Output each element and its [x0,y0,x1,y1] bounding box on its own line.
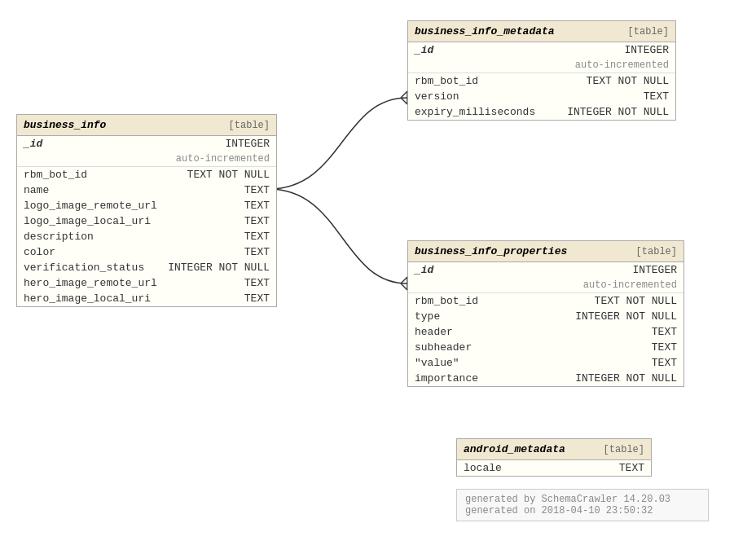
table-row: auto-incremented [17,152,276,167]
col-name: _id [415,44,512,56]
col-name: description [24,231,121,243]
col-type: TEXT [652,341,677,354]
col-name: _id [24,138,121,150]
col-type: auto-incremented [575,59,669,71]
svg-line-6 [401,283,407,290]
col-type: INTEGER NOT NULL [567,106,669,118]
col-type: INTEGER NOT NULL [168,262,270,274]
footer-line2: generated on 2018-04-10 23:50:32 [465,505,700,516]
col-name [415,59,512,71]
table-name-business-info-metadata: business_info_metadata [415,25,555,37]
col-type: TEXT [244,246,270,258]
table-type-android-metadata: [table] [604,444,644,455]
col-name [24,153,121,165]
col-name: rbm_bot_id [415,295,512,307]
table-row: color TEXT [17,244,276,260]
footer-box: generated by SchemaCrawler 14.20.03 gene… [456,489,709,521]
col-name: version [415,90,512,103]
table-row: auto-incremented [408,278,683,293]
table-business-info-metadata: business_info_metadata [table] _id INTEG… [407,20,676,121]
table-row: verification_status INTEGER NOT NULL [17,260,276,275]
col-type: auto-incremented [176,153,270,165]
col-name: verification_status [24,262,144,274]
table-row: description TEXT [17,229,276,244]
col-name: color [24,246,121,258]
col-type: TEXT NOT NULL [587,75,669,87]
col-type: TEXT NOT NULL [595,295,677,307]
svg-line-1 [401,91,407,98]
col-type: TEXT [244,292,270,305]
col-name: subheader [415,341,512,354]
table-row: type INTEGER NOT NULL [408,309,683,324]
col-type: TEXT [652,357,677,369]
table-row: logo_image_remote_url TEXT [17,198,276,213]
table-row: subheader TEXT [408,340,683,355]
diagram-container: business_info [table] _id INTEGER auto-i… [0,0,756,545]
col-type: TEXT [244,277,270,289]
table-row: _id INTEGER [408,262,683,278]
table-row: auto-incremented [408,58,675,73]
col-name: hero_image_remote_url [24,277,157,289]
col-type: TEXT [244,215,270,227]
col-type: TEXT NOT NULL [187,169,270,181]
col-type: INTEGER [624,44,669,56]
col-type: INTEGER [632,264,677,276]
col-type: INTEGER [225,138,270,150]
col-name: header [415,326,512,338]
table-row: _id INTEGER [408,42,675,58]
table-row: rbm_bot_id TEXT NOT NULL [408,293,683,309]
table-business-info: business_info [table] _id INTEGER auto-i… [16,114,277,307]
col-type: TEXT [644,90,669,103]
col-type: TEXT [652,326,677,338]
col-type: INTEGER NOT NULL [575,310,677,323]
table-name-android-metadata: android_metadata [464,443,565,455]
svg-line-5 [401,277,407,283]
table-row: logo_image_local_uri TEXT [17,213,276,229]
col-name: rbm_bot_id [415,75,512,87]
table-row: rbm_bot_id TEXT NOT NULL [408,73,675,89]
col-name: hero_image_local_uri [24,292,151,305]
svg-line-2 [401,98,407,104]
footer-line1: generated by SchemaCrawler 14.20.03 [465,494,700,505]
col-type: TEXT [244,184,270,196]
table-row: expiry_milliseconds INTEGER NOT NULL [408,104,675,120]
col-name: rbm_bot_id [24,169,121,181]
table-row: locale TEXT [457,460,651,476]
col-type: INTEGER NOT NULL [575,372,677,385]
table-type-business-info-properties: [table] [636,246,677,257]
col-name: expiry_milliseconds [415,106,535,118]
table-row: header TEXT [408,324,683,340]
table-row: rbm_bot_id TEXT NOT NULL [17,167,276,182]
table-header-business-info: business_info [table] [17,115,276,136]
col-name: type [415,310,512,323]
table-row: name TEXT [17,182,276,198]
col-type: TEXT [619,462,644,474]
table-header-android-metadata: android_metadata [table] [457,439,651,460]
table-name-business-info-properties: business_info_properties [415,245,567,257]
table-row: hero_image_local_uri TEXT [17,291,276,306]
col-name [415,279,512,291]
table-row: hero_image_remote_url TEXT [17,275,276,291]
col-name: "value" [415,357,512,369]
col-type: TEXT [244,231,270,243]
col-name: importance [415,372,512,385]
table-business-info-properties: business_info_properties [table] _id INT… [407,240,684,387]
table-header-business-info-properties: business_info_properties [table] [408,241,683,262]
table-row: importance INTEGER NOT NULL [408,371,683,386]
col-name: _id [415,264,512,276]
table-header-business-info-metadata: business_info_metadata [table] [408,21,675,42]
col-name: logo_image_remote_url [24,200,157,212]
table-row: "value" TEXT [408,355,683,371]
col-type: auto-incremented [583,279,677,291]
table-name-business-info: business_info [24,119,106,131]
table-android-metadata: android_metadata [table] locale TEXT [456,438,652,477]
table-row: _id INTEGER [17,136,276,152]
col-name: name [24,184,121,196]
col-type: TEXT [244,200,270,212]
col-name: locale [464,462,561,474]
table-row: version TEXT [408,89,675,104]
table-type-business-info: [table] [229,120,270,131]
table-type-business-info-metadata: [table] [628,26,669,37]
col-name: logo_image_local_uri [24,215,151,227]
